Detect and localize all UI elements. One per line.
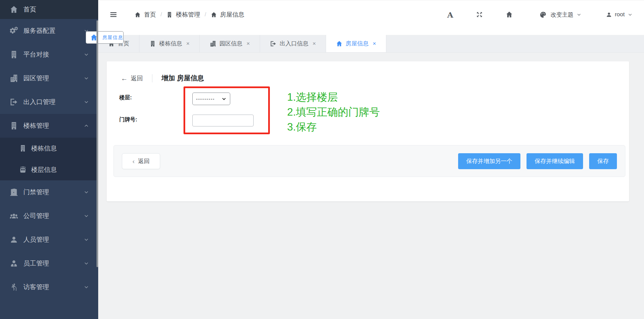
sidebar-item-label: 楼层信息: [31, 165, 89, 174]
home-icon: [9, 4, 19, 15]
close-icon[interactable]: ×: [246, 41, 250, 46]
close-icon[interactable]: ×: [373, 41, 376, 46]
page-title: 增加 房屋信息: [162, 74, 204, 83]
chevron-down-icon: [83, 75, 89, 81]
tab-park-info[interactable]: 园区信息 ×: [200, 35, 260, 52]
header-divider: [152, 74, 152, 82]
door-number-input[interactable]: [192, 115, 254, 126]
chevron-down-icon: [83, 213, 89, 219]
theme-dropdown[interactable]: 改变主题: [539, 11, 581, 19]
sidebar-item-label: 访客管理: [23, 283, 83, 292]
sidebar-item-label: 房屋信息: [102, 35, 123, 41]
close-icon[interactable]: ×: [313, 41, 316, 46]
footer-actions: 保存并增加另一个 保存并继续编辑 保存: [458, 153, 617, 169]
building-icon: [9, 121, 19, 131]
annotation-step: 2.填写正确的门牌号: [287, 105, 380, 120]
topbar: 首页 / 楼栋管理 / 房屋信息 A: [98, 0, 644, 35]
tab-label: 园区信息: [219, 40, 242, 47]
fullscreen-button[interactable]: [476, 11, 483, 18]
chevron-down-icon: [83, 237, 89, 243]
breadcrumb-separator: /: [205, 12, 206, 18]
sidebar-item-platform[interactable]: 平台对接: [0, 43, 98, 66]
sidebar-item-label: 楼栋管理: [23, 121, 83, 130]
floor-label: 楼层:: [119, 94, 132, 101]
user-tie-icon: [9, 258, 19, 268]
floor-select[interactable]: ---------: [192, 93, 230, 105]
door-number-label: 门牌号:: [119, 116, 137, 123]
sidebar-item-label: 首页: [23, 5, 89, 14]
visitor-icon: [9, 282, 19, 292]
users-icon: [9, 211, 19, 221]
chevron-down-icon: [83, 189, 89, 195]
home-icon: [336, 40, 343, 47]
breadcrumb-building-mgmt[interactable]: 楼栋管理: [166, 11, 200, 19]
back-button[interactable]: ‹ 返回: [122, 153, 160, 169]
chevron-down-icon: [577, 12, 581, 17]
close-icon[interactable]: ×: [186, 41, 190, 46]
city-icon: [210, 40, 216, 47]
breadcrumb-home[interactable]: 首页: [134, 11, 156, 19]
sidebar-item-entrance[interactable]: 出入口管理: [0, 90, 98, 114]
sign-out-icon: [9, 97, 19, 107]
cable-car-icon: [18, 165, 27, 174]
form-footer: ‹ 返回 保存并增加另一个 保存并继续编辑 保存: [113, 145, 625, 177]
door-icon: [9, 187, 19, 197]
sidebar-item-house-info[interactable]: 房屋信息: [86, 31, 124, 44]
sidebar-item-building-mgmt[interactable]: 楼栋管理: [0, 114, 98, 138]
building-icon: [18, 144, 27, 153]
user-dropdown[interactable]: root: [606, 11, 632, 18]
home-icon: [211, 12, 217, 18]
sidebar-item-label: 园区管理: [23, 74, 83, 83]
tab-house-info[interactable]: 房屋信息 ×: [326, 35, 386, 52]
sidebar-scrollbar[interactable]: [96, 20, 98, 267]
sidebar-item-building-info[interactable]: 楼栋信息: [0, 138, 98, 159]
card-header: ← 返回 增加 房屋信息: [121, 74, 204, 83]
sidebar-item-label: 门禁管理: [23, 188, 83, 197]
tab-building-info[interactable]: 楼栋信息 ×: [139, 35, 200, 52]
user-icon: [606, 12, 612, 18]
tab-entrance-info[interactable]: 出入口信息 ×: [260, 35, 326, 52]
city-icon: [9, 73, 19, 83]
breadcrumb-label: 房屋信息: [220, 11, 244, 19]
sidebar-item-company[interactable]: 公司管理: [0, 204, 98, 228]
tab-label: 出入口信息: [280, 40, 308, 47]
breadcrumb-label: 楼栋管理: [176, 11, 200, 19]
save-button[interactable]: 保存: [589, 153, 617, 169]
sidebar-item-park[interactable]: 园区管理: [0, 66, 98, 90]
chevron-up-icon: [83, 123, 89, 129]
sidebar-item-access-control[interactable]: 门禁管理: [0, 180, 98, 204]
home-button[interactable]: [506, 11, 513, 18]
floor-select-value: ---------: [196, 96, 215, 102]
sidebar-item-label: 楼栋信息: [31, 144, 89, 153]
sidebar-item-personnel[interactable]: 人员管理: [0, 228, 98, 252]
sidebar-item-home[interactable]: 首页: [0, 0, 98, 19]
back-link[interactable]: ← 返回: [121, 74, 143, 82]
sidebar-item-floor-info[interactable]: 楼层信息: [0, 159, 98, 180]
chevron-down-icon: [221, 96, 227, 101]
hamburger-menu-icon[interactable]: [109, 11, 117, 19]
gears-icon: [9, 26, 19, 36]
home-icon: [506, 11, 513, 18]
annotation-step: 1.选择楼层: [287, 90, 380, 105]
save-add-another-button[interactable]: 保存并增加另一个: [458, 153, 520, 169]
building-icon: [149, 40, 156, 47]
sidebar-item-server-config[interactable]: 服务器配置: [0, 19, 98, 43]
tabbar: 首页 楼栋信息 × 园区信息 × 出入口信息 × 房屋信息 ×: [98, 35, 644, 53]
breadcrumb-house-info[interactable]: 房屋信息: [211, 11, 244, 19]
chevron-down-icon: [83, 284, 89, 290]
main-content: ← 返回 增加 房屋信息 楼层: --------- 门牌号: 1.选择楼层 2…: [98, 53, 644, 319]
breadcrumb-separator: /: [160, 12, 162, 18]
save-continue-edit-button[interactable]: 保存并继续编辑: [527, 153, 583, 169]
sidebar-item-label: 人员管理: [23, 235, 83, 244]
sign-out-icon: [270, 40, 277, 47]
sidebar-item-label: 平台对接: [23, 50, 83, 59]
annotation-steps: 1.选择楼层 2.填写正确的门牌号 3.保存: [287, 90, 380, 135]
font-size-button[interactable]: A: [447, 11, 453, 19]
sidebar-item-label: 出入口管理: [23, 98, 83, 106]
breadcrumb-label: 首页: [144, 11, 156, 19]
left-arrow-icon: ←: [121, 75, 128, 82]
sidebar-item-visitor[interactable]: 访客管理: [0, 275, 98, 299]
home-icon: [134, 12, 141, 18]
theme-label: 改变主题: [551, 11, 574, 19]
sidebar-item-employee[interactable]: 员工管理: [0, 252, 98, 275]
